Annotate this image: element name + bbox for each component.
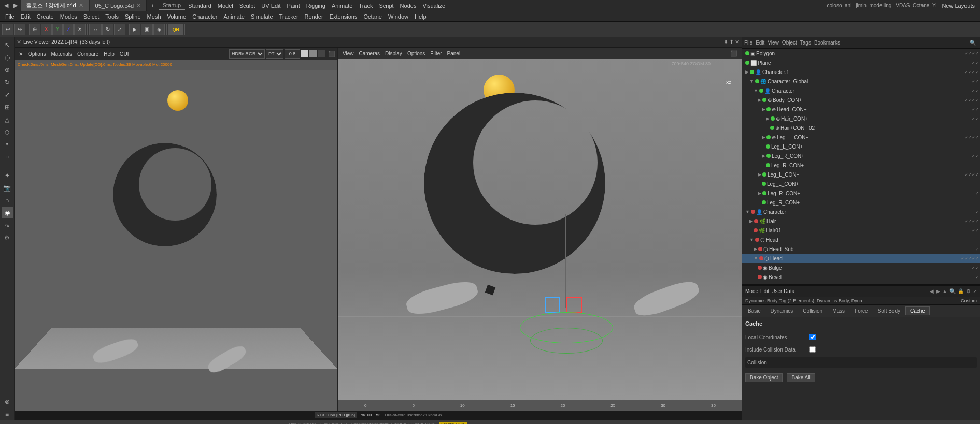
lv-icon3[interactable]: ✕ [735, 39, 740, 46]
menu-tracker[interactable]: Tracker [276, 12, 302, 21]
tree-item-char2[interactable]: ▼ 👤 Character ✓ [742, 207, 980, 216]
tree-item-leg-l3[interactable]: Leg_L_CON+ [742, 179, 980, 188]
menu-help[interactable]: Help [411, 12, 430, 21]
menu-spline[interactable]: Spline [122, 12, 144, 21]
menu-octane[interactable]: Octane [360, 12, 385, 21]
tab-dynamics[interactable]: Dynamics [765, 306, 798, 315]
tool-live[interactable]: ◌ [2, 52, 13, 63]
menu-render[interactable]: Render [302, 12, 326, 21]
new-layouts-btn[interactable]: New Layouts [939, 2, 978, 10]
menu-tools[interactable]: Tools [102, 12, 122, 21]
tab-file-1[interactable]: 홀로소-1강예제.c4d ✕ [21, 0, 89, 11]
tool-bottom1[interactable]: ⊗ [2, 396, 13, 407]
tab-file-2[interactable]: 05_C Logo.c4d ✕ [90, 0, 147, 11]
vp-right-display[interactable]: Display [383, 50, 404, 57]
uvedit-menu[interactable]: UV Edit [258, 2, 283, 10]
menu-select[interactable]: Select [80, 12, 103, 21]
render-interactive[interactable]: ◈ [153, 24, 165, 35]
vp-left-help[interactable]: Help [102, 51, 117, 57]
menu-character[interactable]: Character [189, 12, 220, 21]
tool-deform[interactable]: ⌂ [2, 195, 13, 206]
scale-tool[interactable]: ⤢ [114, 24, 125, 35]
tree-item-character1[interactable]: ▶ 👤 Character.1 ✓✓✓✓ [742, 67, 980, 77]
tool-active[interactable]: ◉ [2, 207, 13, 218]
tree-item-hair[interactable]: ▶ 🌿 Hair ✓✓✓✓ [742, 216, 980, 226]
tree-item-leg-r-outer[interactable]: ▶ Leg_R_CON+ ✓✓ [742, 151, 980, 160]
menu-mesh[interactable]: Mesh [144, 12, 164, 21]
animate-menu[interactable]: Animate [329, 2, 356, 10]
tree-item-leg-r3[interactable]: Leg_R_CON+ [742, 198, 980, 207]
sculpt-menu[interactable]: Sculpt [236, 2, 259, 10]
tree-item-head-con[interactable]: ▶ ⊕ Head_CON+ ✓✓ [742, 105, 980, 114]
checkbox-collision-data[interactable] [809, 346, 816, 353]
tool-poly[interactable]: △ [2, 114, 13, 125]
tree-item-character-sub[interactable]: ▼ 👤 Character ✓✓ [742, 86, 980, 95]
tab-cache[interactable]: Cache [905, 306, 930, 315]
back-btn[interactable]: ◀ [2, 2, 10, 9]
vp-left-close[interactable]: ✕ [17, 51, 25, 57]
view-label[interactable]: View [768, 40, 779, 46]
standard-menu[interactable]: Standard [185, 2, 215, 10]
vp-right-options[interactable]: Options [405, 50, 427, 57]
tree-item-hair-con2[interactable]: ⊕ Hair+CON+ 02 [742, 123, 980, 133]
hdr-select[interactable]: HDR/sRGB [229, 49, 265, 59]
menu-edit[interactable]: Edit [18, 12, 34, 21]
checkbox-local-coords[interactable] [809, 334, 816, 340]
tool-object[interactable]: ○ [2, 151, 13, 163]
tree-item-head-group[interactable]: ▼ ⬡ Head [742, 235, 980, 244]
tool-point[interactable]: • [2, 139, 13, 150]
lv-icon2[interactable]: ⬆ [729, 39, 734, 46]
vp-left-gui[interactable]: GUI [118, 51, 131, 57]
nav-search[interactable]: 🔍 [949, 288, 956, 294]
tool-snap[interactable]: ⊞ [2, 101, 13, 113]
props-edit[interactable]: Edit [760, 288, 769, 294]
custom-btn[interactable]: Custom [961, 298, 977, 303]
lv-icon1[interactable]: ⬇ [723, 39, 728, 46]
paint-menu[interactable]: Paint [284, 2, 303, 10]
axis-x[interactable]: X [41, 24, 52, 35]
tool-spline[interactable]: ∿ [2, 220, 13, 231]
move-tool[interactable]: ↔ [89, 24, 102, 35]
tree-item-hair01[interactable]: 🌿 Hair01 ✓✓ [742, 226, 980, 235]
tab-mass[interactable]: Mass [828, 306, 849, 315]
tool-edge[interactable]: ◇ [2, 126, 13, 138]
script-menu[interactable]: Script [376, 2, 396, 10]
visualize-menu[interactable]: Visualize [419, 2, 448, 10]
nav-expand[interactable]: ↗ [973, 288, 977, 294]
menu-modes[interactable]: Modes [57, 12, 80, 21]
tree-item-bevel[interactable]: ◉ Bevel ✓ [742, 272, 980, 282]
right-viewport[interactable]: View Cameras Display Options Filter Pane… [338, 48, 742, 411]
rotate-tool[interactable]: ↻ [102, 24, 113, 35]
new-tab-btn[interactable]: + [148, 3, 157, 9]
forward-btn[interactable]: ▶ [11, 2, 20, 9]
vp-close[interactable]: ⬛ [728, 50, 740, 57]
tool-light[interactable]: ✦ [2, 170, 13, 181]
edit-label2[interactable]: Edit [756, 40, 764, 46]
tab-close-2[interactable]: ✕ [136, 2, 141, 9]
search-icon[interactable]: 🔍 [970, 40, 976, 46]
tab-force[interactable]: Force [850, 306, 873, 315]
object-label[interactable]: Object [782, 40, 797, 46]
menu-extensions[interactable]: Extensions [326, 12, 361, 21]
tree-item-leg-r2[interactable]: ▶ Leg_R_CON+ ✓ [742, 188, 980, 198]
vp-left-materials[interactable]: Materials [49, 51, 74, 57]
menu-animate[interactable]: Animate [221, 12, 248, 21]
bookmarks-label[interactable]: Bookmarks [814, 40, 840, 46]
tree-item-polygon[interactable]: ▣ Polygon ✓✓✓✓ [742, 49, 980, 58]
vp-expand[interactable]: ⬛ [328, 51, 335, 57]
qr-btn[interactable]: QR [168, 24, 183, 35]
startup-tab[interactable]: Startup [159, 1, 185, 10]
nav-forward[interactable]: ▶ [936, 288, 940, 294]
tab-collision[interactable]: Collision [798, 306, 827, 315]
track-menu[interactable]: Track [356, 2, 376, 10]
tree-item-leg-l2[interactable]: ▶ Leg_L_CON+ ✓✓✓✓ [742, 170, 980, 179]
tab-soft-body[interactable]: Soft Body [873, 306, 905, 315]
exposure-input[interactable] [285, 49, 300, 59]
tree-item-leg-r[interactable]: Leg_R_CON+ [742, 160, 980, 170]
tab-basic[interactable]: Basic [743, 306, 765, 315]
tree-item-leg-l[interactable]: Leg_L_CON+ [742, 142, 980, 151]
vp-left-options[interactable]: Options [26, 51, 48, 57]
tree-item-head-sub[interactable]: ▶ ⬡ Head_Sub ✓ [742, 244, 980, 254]
bake-all-btn[interactable]: Bake All [787, 373, 815, 382]
tool-generator[interactable]: ⚙ [2, 232, 13, 243]
